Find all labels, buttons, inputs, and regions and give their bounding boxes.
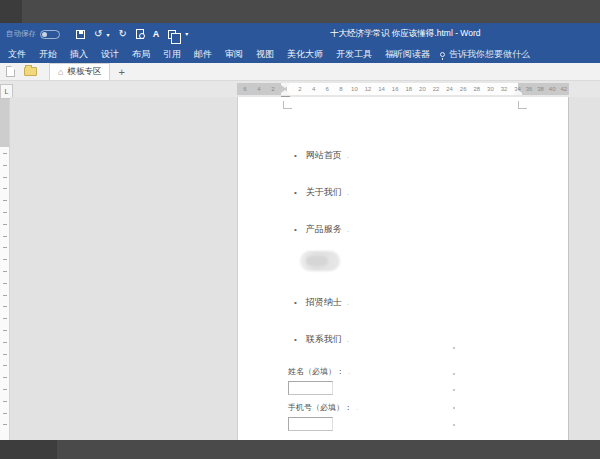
horizontal-ruler[interactable]: 642 246810121416182022242628303234 36384… — [237, 83, 569, 95]
bottom-bar-corner — [0, 440, 57, 459]
vertical-ruler-tick — [3, 365, 7, 366]
open-folder-icon[interactable] — [24, 67, 37, 76]
ruler-number: 20 — [416, 83, 428, 95]
form-text-input[interactable] — [288, 417, 333, 431]
vertical-ruler-tick — [3, 259, 7, 260]
word-window: 自动保存 ↺ ▾ ↻ A ▾ 十大经济学常识 你应该懂得.html - Word… — [0, 0, 600, 459]
toggle-knob — [42, 32, 47, 37]
lightbulb-icon — [440, 52, 445, 57]
ruler-number: 12 — [362, 83, 374, 95]
vertical-ruler-tick — [3, 177, 7, 178]
ribbon-tab[interactable]: 福昕阅读器 — [385, 48, 430, 61]
ribbon-tab[interactable]: 美化大师 — [287, 48, 323, 61]
vertical-ruler-tick — [3, 283, 7, 284]
document-tab-bar: ⌂ 模板专区 + — [0, 63, 600, 81]
new-tab-button[interactable]: + — [118, 66, 124, 78]
ruler-number: 30 — [484, 83, 496, 95]
vertical-ruler-tick — [3, 224, 7, 225]
ruler-number: 14 — [376, 83, 388, 95]
new-document-icon[interactable] — [6, 66, 15, 77]
form-text-input[interactable] — [288, 381, 333, 395]
undo-button[interactable]: ↺ — [94, 29, 102, 39]
vertical-ruler-tick — [3, 377, 7, 378]
vertical-ruler-tick — [3, 236, 7, 237]
print-preview-icon — [136, 29, 144, 39]
customize-qat-button[interactable]: ▾ — [185, 29, 188, 39]
ribbon-tab[interactable]: 引用 — [163, 48, 181, 61]
window-title: 十大经济学常识 你应该懂得.html - Word — [330, 23, 481, 45]
ribbon-tab[interactable]: 开发工具 — [336, 48, 372, 61]
ruler-number: 36 — [523, 83, 535, 95]
paste-pages-button[interactable] — [168, 30, 176, 39]
ruler-number: 4 — [308, 83, 320, 95]
vertical-ruler-tick — [3, 424, 7, 425]
bottom-bar — [0, 440, 600, 459]
ribbon-tab[interactable]: 文件 — [8, 48, 26, 61]
redo-button[interactable]: ↻ — [118, 29, 126, 39]
vertical-ruler[interactable] — [0, 99, 10, 440]
ruler-number: 28 — [471, 83, 483, 95]
vertical-ruler-tick — [3, 153, 7, 154]
ruler-number: 6 — [321, 83, 333, 95]
document-page[interactable]: 网站首页关于我们产品服务招贤纳士联系我们 姓名（必填）： 手机号（必填）： — [237, 97, 569, 440]
vertical-ruler-tick — [3, 401, 7, 402]
ruler-number: 6 — [239, 83, 251, 95]
form-field-label: 手机号（必填）： — [288, 402, 428, 413]
ruler-number: 26 — [457, 83, 469, 95]
form-fields: 姓名（必填）： 手机号（必填）： — [238, 97, 570, 440]
desktop-corner — [0, 0, 22, 23]
ruler-number: 2 — [267, 83, 279, 95]
ribbon-tab[interactable]: 视图 — [256, 48, 274, 61]
vertical-ruler-tick — [3, 413, 7, 414]
vertical-ruler-tick — [3, 330, 7, 331]
ruler-number: 42 — [558, 83, 570, 95]
print-preview-button[interactable] — [136, 29, 144, 39]
save-button[interactable] — [76, 30, 85, 39]
form-field: 手机号（必填）： — [288, 402, 428, 431]
ruler-number: 8 — [335, 83, 347, 95]
vertical-ruler-tick — [3, 342, 7, 343]
save-icon — [76, 30, 85, 39]
ruler-number: 24 — [444, 83, 456, 95]
doc-tab-label: 模板专区 — [67, 66, 101, 78]
vertical-ruler-tick — [3, 165, 7, 166]
undo-caret-icon[interactable]: ▾ — [106, 31, 109, 38]
autosave-control[interactable]: 自动保存 — [6, 23, 60, 45]
tab-template-zone[interactable]: ⌂ 模板专区 — [49, 63, 110, 80]
ruler-number: 4 — [253, 83, 265, 95]
form-field-label: 姓名（必填）： — [288, 366, 428, 377]
ribbon-tab[interactable]: 开始 — [39, 48, 57, 61]
ruler-number: 18 — [403, 83, 415, 95]
ruler-number: 2 — [294, 83, 306, 95]
vertical-ruler-tick — [3, 247, 7, 248]
ribbon-tab[interactable]: 审阅 — [225, 48, 243, 61]
ribbon-tab[interactable]: 插入 — [70, 48, 88, 61]
home-icon: ⌂ — [58, 67, 63, 77]
ruler-number: 32 — [498, 83, 510, 95]
vertical-ruler-tick — [3, 389, 7, 390]
tell-me-box[interactable]: 告诉我你想要做什么 — [440, 45, 530, 63]
ruler-number: 40 — [546, 83, 558, 95]
document-workspace: 网站首页关于我们产品服务招贤纳士联系我们 姓名（必填）： 手机号（必填）： — [10, 97, 600, 440]
vertical-ruler-tick — [3, 212, 7, 213]
form-field: 姓名（必填）： — [288, 366, 428, 395]
vertical-ruler-tick — [3, 295, 7, 296]
vertical-ruler-tick — [3, 354, 7, 355]
ruler-number: 22 — [430, 83, 442, 95]
vertical-ruler-tick — [3, 271, 7, 272]
autosave-toggle[interactable] — [40, 30, 60, 39]
title-bar: 自动保存 ↺ ▾ ↻ A ▾ 十大经济学常识 你应该懂得.html - Word — [0, 23, 600, 45]
ribbon-tab[interactable]: 布局 — [132, 48, 150, 61]
ruler-number: 10 — [348, 83, 360, 95]
ribbon-tab[interactable]: 设计 — [101, 48, 119, 61]
vertical-ruler-tick — [3, 318, 7, 319]
read-aloud-button[interactable]: A — [153, 29, 160, 39]
ruler-row: 642 246810121416182022242628303234 36384… — [0, 81, 600, 97]
ruler-number: 38 — [535, 83, 547, 95]
autosave-label: 自动保存 — [6, 29, 36, 39]
ruler-number: 16 — [389, 83, 401, 95]
desktop-background — [0, 0, 600, 23]
pages-icon — [168, 30, 176, 39]
vertical-ruler-tick — [3, 188, 7, 189]
ribbon-tab[interactable]: 邮件 — [194, 48, 212, 61]
